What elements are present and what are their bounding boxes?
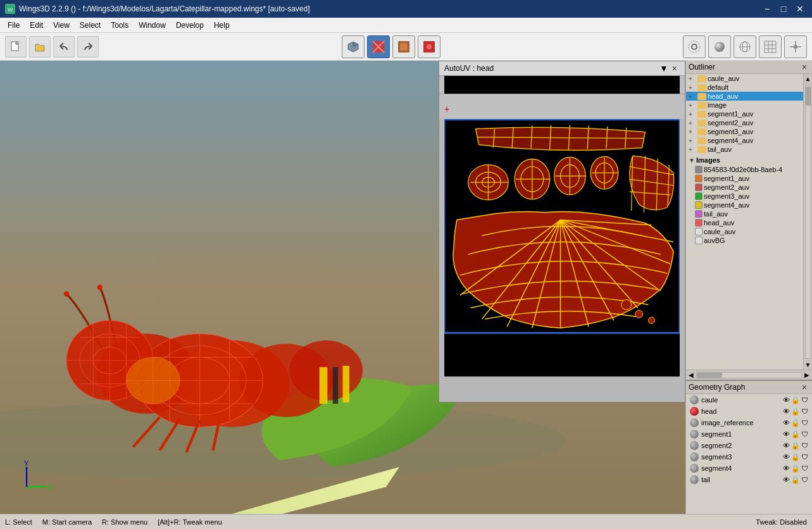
outliner-item-segment3-auv[interactable]: + segment3_auv — [686, 127, 803, 136]
geom-icons: 👁 🔒 🛡 — [783, 408, 808, 416]
lock-icon[interactable]: 🔒 — [791, 476, 800, 484]
lock-icon[interactable]: 🔒 — [791, 396, 800, 404]
outliner-item-segment2-auv[interactable]: + segment2_auv — [686, 118, 803, 127]
view-mode-vertex[interactable] — [418, 35, 440, 58]
outliner-close[interactable]: × — [799, 62, 809, 72]
open-button[interactable] — [29, 36, 51, 58]
geom-graph-header: Geometry Graph × — [686, 381, 812, 394]
undo-button[interactable] — [53, 36, 75, 58]
outliner-item-img-segment4[interactable]: segment4_auv — [686, 201, 803, 209]
shield-icon[interactable]: 🛡 — [801, 464, 808, 473]
eye-icon[interactable]: 👁 — [783, 396, 790, 404]
lock-icon[interactable]: 🔒 — [791, 453, 800, 461]
hscroll-left-arrow[interactable]: ◀ — [686, 371, 696, 378]
shield-icon[interactable]: 🛡 — [801, 396, 808, 404]
outliner-content[interactable]: + caule_auv + default + head_auv — [686, 74, 812, 370]
menu-item-select[interactable]: Select — [75, 20, 106, 31]
menu-item-view[interactable]: View — [48, 20, 75, 31]
lock-icon[interactable]: 🔒 — [791, 408, 800, 416]
uv-scroll-left[interactable]: ▼ — [659, 63, 668, 73]
eye-icon[interactable]: 👁 — [783, 408, 790, 416]
outliner-item-segment4-auv[interactable]: + segment4_auv — [686, 136, 803, 145]
view-mode-face[interactable] — [392, 35, 415, 58]
outliner-item-img-tail[interactable]: tail_auv — [686, 209, 803, 218]
outliner-item-tail-auv[interactable]: + tail_auv — [686, 145, 803, 154]
menu-item-develop[interactable]: Develop — [171, 20, 209, 31]
outliner-item-head-auv[interactable]: + head_auv — [686, 92, 803, 101]
geom-item-segment3[interactable]: segment3 👁 🔒 🛡 — [686, 451, 812, 463]
geom-item-tail[interactable]: tail 👁 🔒 🛡 — [686, 474, 812, 485]
outliner-item-img-segment2[interactable]: segment2_auv — [686, 183, 803, 192]
geom-item-label: head — [701, 408, 780, 415]
outliner-label: image — [708, 101, 727, 109]
outliner-hscroll[interactable]: ◀ ▶ — [686, 370, 812, 380]
close-button[interactable]: ✕ — [793, 2, 807, 16]
view-mode-edge[interactable] — [367, 35, 390, 58]
eye-icon[interactable]: 👁 — [783, 453, 790, 461]
geom-icons: 👁 🔒 🛡 — [783, 476, 808, 484]
outliner-item-image[interactable]: + image — [686, 101, 803, 109]
maximize-button[interactable]: □ — [777, 2, 790, 16]
scroll-down-arrow[interactable]: ▼ — [804, 360, 812, 370]
geom-graph-close[interactable]: × — [799, 382, 809, 392]
outliner-item-img-auvbg[interactable]: auvBG — [686, 236, 803, 245]
svg-text:Y: Y — [24, 459, 29, 467]
eye-icon[interactable]: 👁 — [783, 430, 790, 439]
outliner-item-default[interactable]: + default — [686, 83, 803, 92]
outliner-item-segment1-auv[interactable]: + segment1_auv — [686, 109, 803, 118]
outliner-label: default — [708, 84, 728, 91]
outliner-vscrollbar[interactable]: ▲ ▼ — [803, 74, 812, 370]
shield-icon[interactable]: 🛡 — [801, 408, 808, 416]
viewport[interactable]: Geometry 5551 edges selected — [0, 61, 685, 514]
lock-icon[interactable]: 🔒 — [791, 430, 800, 439]
eye-icon[interactable]: 👁 — [783, 442, 790, 450]
wireframe-button[interactable] — [734, 35, 756, 58]
lock-icon[interactable]: 🔒 — [791, 464, 800, 473]
eye-icon[interactable]: 👁 — [783, 419, 790, 427]
lock-icon[interactable]: 🔒 — [791, 442, 800, 450]
shield-icon[interactable]: 🛡 — [801, 453, 808, 461]
menu-item-tools[interactable]: Tools — [106, 20, 134, 31]
hscroll-thumb[interactable] — [697, 373, 722, 378]
shading-button[interactable] — [708, 35, 731, 58]
geom-graph-content[interactable]: caule 👁 🔒 🛡 head 👁 🔒 🛡 — [686, 394, 812, 514]
shield-icon[interactable]: 🛡 — [801, 419, 808, 427]
geom-item-image-reference[interactable]: image_reference 👁 🔒 🛡 — [686, 417, 812, 428]
outliner-item-img-head[interactable]: head_auv — [686, 218, 803, 227]
geom-item-segment1[interactable]: segment1 👁 🔒 🛡 — [686, 428, 812, 440]
shield-icon[interactable]: 🛡 — [801, 430, 808, 439]
uv-close[interactable]: × — [670, 63, 680, 73]
geom-item-caule[interactable]: caule 👁 🔒 🛡 — [686, 394, 812, 406]
shield-icon[interactable]: 🛡 — [801, 476, 808, 484]
new-button[interactable] — [5, 36, 27, 58]
menu-item-edit[interactable]: Edit — [25, 20, 48, 31]
menu-item-window[interactable]: Window — [134, 20, 171, 31]
outliner-label: caule_auv — [708, 75, 739, 82]
shield-icon[interactable]: 🛡 — [801, 442, 808, 450]
outliner-item-img-caule[interactable]: caule_auv — [686, 227, 803, 236]
outliner-item-854[interactable]: 854583-f0d2e0bb-8aeb-4 — [686, 165, 803, 174]
redo-button[interactable] — [77, 36, 99, 58]
menu-item-file[interactable]: File — [3, 20, 25, 31]
outliner-item-img-segment1[interactable]: segment1_auv — [686, 174, 803, 183]
titlebar-controls[interactable]: − □ ✕ — [760, 2, 807, 16]
geom-item-segment2[interactable]: segment2 👁 🔒 🛡 — [686, 440, 812, 451]
scroll-up-arrow[interactable]: ▲ — [804, 74, 812, 84]
hscroll-right-arrow[interactable]: ▶ — [802, 371, 812, 378]
view-mode-perspective[interactable] — [342, 35, 365, 58]
settings-button[interactable] — [683, 35, 706, 58]
lock-icon[interactable]: 🔒 — [791, 419, 800, 427]
toolbar-right — [683, 35, 807, 58]
grid-button[interactable] — [759, 35, 782, 58]
scroll-thumb[interactable] — [806, 87, 811, 106]
geom-item-head[interactable]: head 👁 🔒 🛡 — [686, 406, 812, 417]
outliner-item-img-segment3[interactable]: segment3_auv — [686, 192, 803, 201]
geom-item-segment4[interactable]: segment4 👁 🔒 🛡 — [686, 463, 812, 474]
snap-button[interactable] — [784, 35, 807, 58]
menu-item-help[interactable]: Help — [209, 20, 235, 31]
minimize-button[interactable]: − — [760, 2, 774, 16]
eye-icon[interactable]: 👁 — [783, 476, 790, 484]
uv-canvas-area[interactable]: + — [439, 76, 685, 402]
outliner-item-caule-auv[interactable]: + caule_auv — [686, 74, 803, 83]
eye-icon[interactable]: 👁 — [783, 464, 790, 473]
